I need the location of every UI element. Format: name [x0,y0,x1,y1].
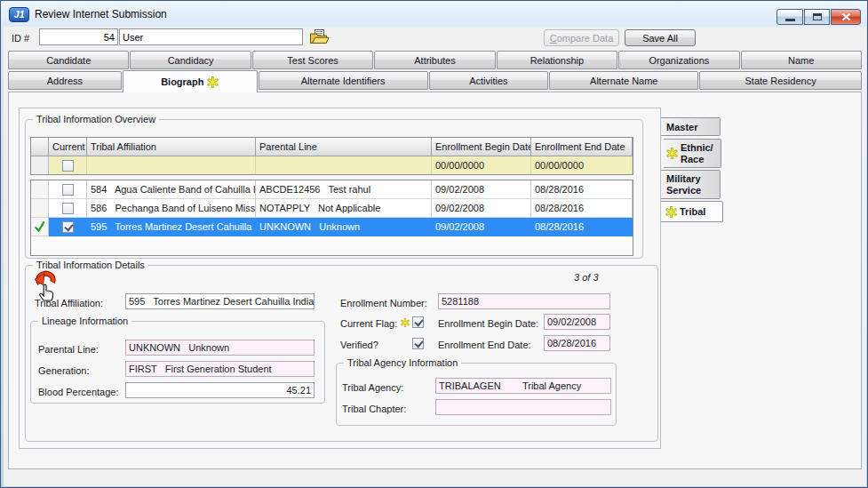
tab-test-scores[interactable]: Test Scores [252,51,373,69]
grid-header-row: Current Tribal Affiliation Parental Line… [31,138,633,156]
table-row[interactable]: 586 Pechanga Band of Luiseno Missio NOTA… [31,199,633,218]
tab-biograph[interactable]: Biograph [123,70,258,92]
new-row-current-checkbox[interactable] [62,160,74,172]
compare-data-label: ompare Data [557,33,614,44]
generation-field[interactable]: FIRST First Generation Student [125,361,315,377]
open-folder-icon [309,28,330,45]
tab-strip-bottom: Address Biograph Alternate Identifiers A… [8,71,862,92]
tribal-affiliation-field[interactable]: 595 Torres Martinez Desert Cahuilla Indi… [125,293,315,309]
overview-grid-body: 584 Agua Caliente Band of Cahuilla Ind A… [30,180,633,256]
side-tab-master[interactable]: Master [661,117,721,136]
tribal-overview-title: Tribal Information Overview [33,114,159,124]
tab-strip-top: Candidate Candidacy Test Scores Attribut… [8,51,862,69]
id-input[interactable] [39,28,118,45]
row-current-checkbox[interactable] [62,203,74,214]
mouse-cursor-pointer [40,284,53,300]
new-row-affiliation-cell[interactable] [87,156,256,174]
save-all-button[interactable]: Save All [625,29,696,46]
tribal-agency-title: Tribal Agency Information [344,357,461,368]
enrollment-end-field[interactable]: 08/28/2016 [544,335,610,351]
verified-label: Verified? [340,340,378,350]
tribal-agency-label: Tribal Agency: [342,382,403,393]
generation-label: Generation: [38,365,89,376]
tab-state-residency[interactable]: State Residency [699,71,862,90]
maximize-button[interactable] [804,9,830,25]
required-star-icon [666,148,678,159]
required-star-icon [401,318,410,327]
verified-checkbox[interactable] [412,338,424,349]
titlebar: J1 Review Internet Submission [1,1,867,27]
browse-button[interactable] [309,28,330,46]
maximize-icon [813,13,822,20]
new-row-begin-date[interactable]: 00/00/0000 [432,156,531,174]
tab-attributes[interactable]: Attributes [374,51,495,69]
parental-line-label: Parental Line: [38,344,99,355]
minimize-button[interactable] [776,9,803,25]
window-title: Review Internet Submission [35,8,167,20]
blood-percentage-field[interactable]: 45.21 [125,382,315,398]
required-star-icon [665,206,677,218]
enrollment-end-label: Enrollment End Date: [438,340,531,350]
grid-new-row[interactable]: 00/00/0000 00/00/0000 [31,156,633,174]
col-enrollment-begin[interactable]: Enrollment Begin Date [432,138,531,156]
enrollment-begin-label: Enrollment Begin Date: [438,318,538,329]
col-current[interactable]: Current [49,138,87,156]
blood-percentage-label: Blood Percentage: [38,387,119,397]
new-row-parental-cell[interactable] [256,156,432,174]
col-row-indicator [31,138,49,156]
app-window: J1 Review Internet Submission ID # Compa… [0,0,868,488]
col-tribal-affiliation[interactable]: Tribal Affiliation [87,138,256,156]
tab-name[interactable]: Name [741,51,862,69]
tab-organizations[interactable]: Organizations [618,51,739,69]
close-icon [841,12,851,21]
row-current-checkbox[interactable] [62,184,74,196]
enrollment-number-field[interactable]: 5281188 [438,293,610,309]
compare-data-button[interactable]: Compare Data [544,29,619,46]
lineage-title: Lineage Information [38,316,131,326]
overview-grid-header: Current Tribal Affiliation Parental Line… [30,137,633,175]
app-logo-icon: J1 [9,7,29,22]
tab-relationship[interactable]: Relationship [497,51,617,69]
tribal-agency-groupbox: Tribal Agency Information [336,363,617,426]
col-parental-line[interactable]: Parental Line [256,138,432,156]
minimize-icon [785,19,795,21]
tribal-chapter-label: Tribal Chapter: [342,404,406,414]
side-tab-military-service[interactable]: MilitaryService [661,170,721,199]
tab-address[interactable]: Address [8,71,122,90]
tab-alternate-name[interactable]: Alternate Name [549,71,698,90]
tab-candidacy[interactable]: Candidacy [130,51,251,69]
user-input[interactable] [119,28,303,45]
refresh-icon[interactable] [35,274,53,285]
tribal-chapter-field[interactable] [435,399,611,415]
compare-data-underline: C [550,33,557,44]
tab-alternate-identifiers[interactable]: Alternate Identifiers [259,71,428,90]
tab-activities[interactable]: Activities [429,71,549,90]
tab-candidate[interactable]: Candidate [8,51,129,69]
side-tab-tribal[interactable]: Tribal [661,201,723,222]
parental-line-field[interactable]: UNKNOWN Unknown [125,340,315,356]
new-row-indicator [31,156,49,174]
enrollment-number-label: Enrollment Number: [340,298,427,308]
row-current-checkbox[interactable] [62,221,74,233]
enrollment-begin-field[interactable]: 09/02/2008 [544,314,610,330]
required-star-icon [207,76,219,88]
current-row-check-icon [34,220,45,232]
record-position: 3 of 3 [574,272,599,283]
current-flag-label: Current Flag: [340,318,397,329]
col-enrollment-end[interactable]: Enrollment End Date [531,138,633,156]
table-row-selected[interactable]: 595 Torres Martinez Desert Cahuilla In U… [31,218,633,236]
table-row[interactable]: 584 Agua Caliente Band of Cahuilla Ind A… [31,180,633,199]
id-label: ID # [12,33,29,44]
new-row-end-date[interactable]: 00/00/0000 [531,156,633,174]
tribal-agency-field[interactable]: TRIBALAGEN Tribal Agency [435,378,611,394]
current-flag-checkbox[interactable] [412,316,424,328]
side-tab-ethnic-race[interactable]: Ethnic/Race [664,139,721,168]
close-button[interactable] [831,9,861,25]
